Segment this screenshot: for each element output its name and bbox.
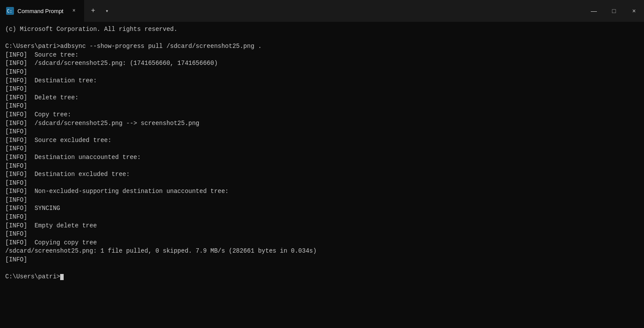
svg-text:C:: C: <box>7 9 12 14</box>
tab-title: Command Prompt <box>17 8 63 14</box>
tab-close-button[interactable]: × <box>69 7 78 15</box>
maximize-button[interactable]: □ <box>604 0 624 22</box>
terminal-window: C: Command Prompt × + ▾ — □ × (c) Micros… <box>0 0 644 328</box>
terminal-cursor <box>60 274 64 280</box>
cmd-icon: C: <box>6 7 14 15</box>
tab-area: C: Command Prompt × + ▾ <box>0 0 584 22</box>
active-tab[interactable]: C: Command Prompt × <box>0 0 84 22</box>
minimize-button[interactable]: — <box>584 0 604 22</box>
terminal-output[interactable]: (c) Microsoft Corporation. All rights re… <box>0 22 644 328</box>
close-button[interactable]: × <box>624 0 644 22</box>
tab-dropdown-button[interactable]: ▾ <box>101 5 113 17</box>
window-controls: — □ × <box>584 0 644 22</box>
new-tab-button[interactable]: + <box>85 3 101 19</box>
titlebar: C: Command Prompt × + ▾ — □ × <box>0 0 644 22</box>
